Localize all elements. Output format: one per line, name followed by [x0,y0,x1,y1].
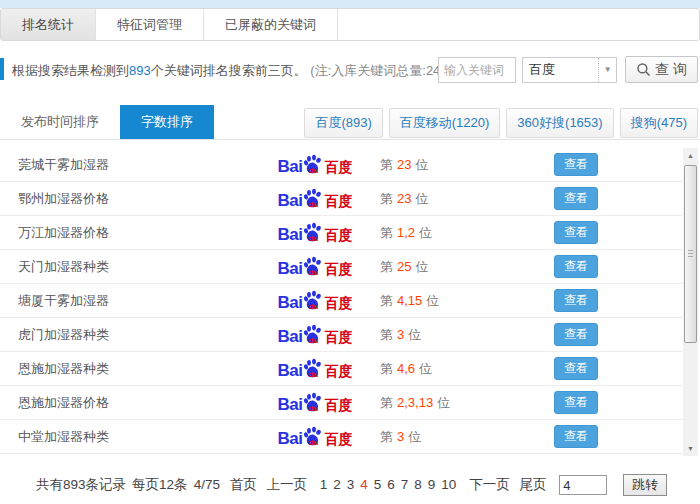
next-page-link[interactable]: 下一页 [469,477,510,492]
view-button[interactable]: 查看 [554,289,598,312]
rank-prefix: 第 [380,157,393,172]
tab-label: 已屏蔽的关键词 [225,16,316,34]
baidu-logo-bai-text: Bai [278,158,303,175]
rank-cell: 第3位 [380,428,550,446]
engine-logo-cell: Bai du 百度 [250,358,380,379]
table-row: 虎门加湿器种类 Bai du 百度 第3位 [0,318,682,352]
baidu-logo-du-text: du [309,303,319,311]
baidu-logo-bai-text: Bai [278,192,303,209]
keyword-rank-table: 莞城干雾加湿器 Bai du 百度 第23位 [0,148,682,454]
rank-prefix: 第 [380,191,393,206]
table-row: 万江加湿器价格 Bai du 百度 第1,2位 [0,216,682,250]
baidu-paw-icon: du [303,324,323,345]
rank-number: 3 [393,429,408,444]
baidu-paw-icon: du [303,290,323,311]
rank-suffix: 位 [419,225,432,240]
summary-note: (注:入库关键词总量:2436) [310,63,459,78]
first-page-link[interactable]: 首页 [230,477,257,492]
tab-sort-by-length[interactable]: 字数排序 [120,105,214,139]
rank-suffix: 位 [426,293,439,308]
page-number-link[interactable]: 7 [401,477,409,492]
view-button[interactable]: 查看 [554,187,598,210]
search-input[interactable] [438,57,516,83]
page-number-link[interactable]: 9 [428,477,436,492]
page-indicator: 4/75 [194,477,220,492]
tab-ranking-stats[interactable]: 排名统计 [1,9,96,40]
page-number-link[interactable]: 8 [414,477,422,492]
baidu-logo-du-text: du [309,371,319,379]
engine-logo-cell: Bai du 百度 [250,188,380,209]
baidu-logo-du-text: du [309,405,319,413]
main-tab-bar: 排名统计 特征词管理 已屏蔽的关键词 [0,8,700,41]
rank-cell: 第2,3,13位 [380,394,550,412]
baidu-paw-icon: du [303,358,323,379]
rank-cell: 第1,2位 [380,224,550,242]
baidu-logo: Bai du 百度 [278,222,353,243]
page-number-link[interactable]: 5 [374,477,382,492]
page-number-link[interactable]: 4 [360,477,368,492]
table-row: 塘厦干雾加湿器 Bai du 百度 第4,15位 [0,284,682,318]
page-number-link[interactable]: 10 [441,477,456,492]
baidu-paw-icon: du [303,188,323,209]
scrollbar-thumb[interactable] [684,165,697,343]
baidu-logo-du-text: du [309,201,319,209]
view-button[interactable]: 查看 [554,357,598,380]
rank-suffix: 位 [419,361,432,376]
page-number-link[interactable]: 2 [333,477,341,492]
action-cell: 查看 [554,255,598,278]
filter-sogou-button[interactable]: 搜狗(475) [620,108,698,138]
rank-suffix: 位 [415,259,428,274]
toolbar: 发布时间排序 字数排序 百度(893) 百度移动(1220) 360好搜(165… [0,105,700,140]
baidu-logo-du-text: du [309,167,319,175]
tab-sort-by-date[interactable]: 发布时间排序 [0,105,120,139]
baidu-logo: Bai du 百度 [278,154,353,175]
sort-tab-label: 字数排序 [141,113,193,131]
rank-prefix: 第 [380,259,393,274]
chevron-down-icon: ▼ [598,58,616,82]
page-number-link[interactable]: 1 [320,477,328,492]
view-button[interactable]: 查看 [554,153,598,176]
engine-logo-cell: Bai du 百度 [250,154,380,175]
engine-logo-cell: Bai du 百度 [250,222,380,243]
view-button[interactable]: 查看 [554,221,598,244]
search-button[interactable]: 查 询 [625,56,698,83]
rank-cell: 第3位 [380,326,550,344]
scrollbar-up-arrow-icon[interactable]: ▲ [683,148,698,163]
prev-page-link[interactable]: 上一页 [266,477,307,492]
engine-logo-cell: Bai du 百度 [250,392,380,413]
rank-number: 3 [393,327,408,342]
view-button[interactable]: 查看 [554,255,598,278]
jump-button[interactable]: 跳转 [623,474,667,496]
tab-feature-words[interactable]: 特征词管理 [96,9,204,40]
view-button[interactable]: 查看 [554,425,598,448]
summary-suffix: 个关键词排名搜索前三页。 [151,63,307,78]
filter-360-button[interactable]: 360好搜(1653) [506,108,613,138]
scrollbar-down-arrow-icon[interactable]: ▼ [683,441,698,456]
view-button[interactable]: 查看 [554,391,598,414]
tab-blocked-keywords[interactable]: 已屏蔽的关键词 [204,9,338,40]
keyword-cell: 恩施加湿器种类 [0,360,250,378]
baidu-paw-icon: du [303,426,323,447]
baidu-logo-chinese-text: 百度 [324,432,352,447]
rank-number: 2,3,13 [393,395,437,410]
baidu-logo-chinese-text: 百度 [324,228,352,243]
keyword-cell: 虎门加湿器种类 [0,326,250,344]
keyword-cell: 莞城干雾加湿器 [0,156,250,174]
filter-baidu-mobile-button[interactable]: 百度移动(1220) [389,108,501,138]
rank-suffix: 位 [415,191,428,206]
page-number-link[interactable]: 6 [387,477,395,492]
keyword-cell: 万江加湿器价格 [0,224,250,242]
view-button[interactable]: 查看 [554,323,598,346]
jump-page-input[interactable] [559,475,607,495]
keyword-count: 893 [129,63,151,78]
last-page-link[interactable]: 尾页 [519,477,546,492]
baidu-logo-chinese-text: 百度 [324,160,352,175]
baidu-logo: Bai du 百度 [278,290,353,311]
rank-suffix: 位 [408,429,421,444]
rank-prefix: 第 [380,429,393,444]
engine-select[interactable]: 百度 ▼ [522,57,617,83]
page-number-link[interactable]: 3 [347,477,355,492]
info-bar: 根据搜索结果检测到893个关键词排名搜索前三页。 (注:入库关键词总量:2436… [0,50,700,94]
baidu-logo-chinese-text: 百度 [324,194,352,209]
filter-baidu-button[interactable]: 百度(893) [304,108,382,138]
